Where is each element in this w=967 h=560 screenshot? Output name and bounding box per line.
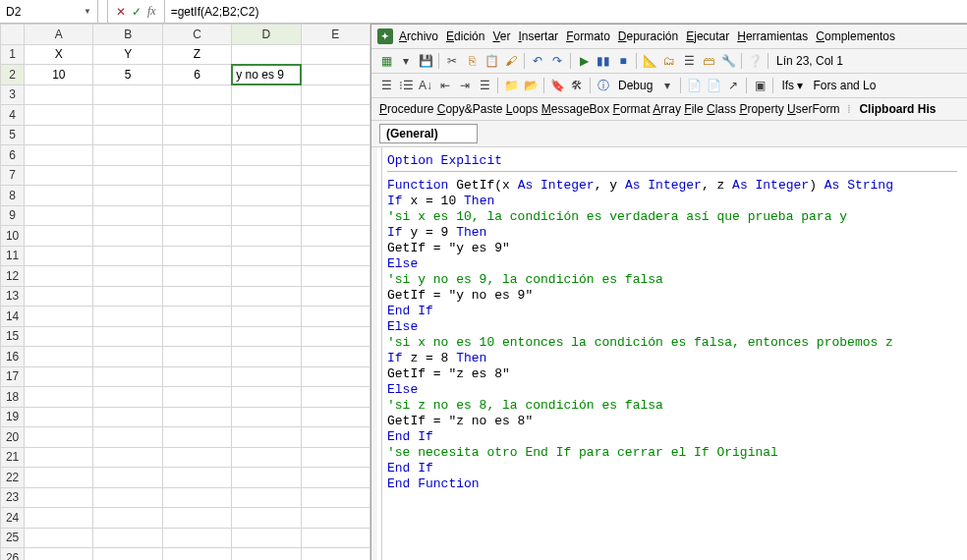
- cell[interactable]: [301, 84, 370, 105]
- cell[interactable]: [93, 84, 162, 105]
- folder-open-icon[interactable]: 📂: [522, 77, 540, 94]
- cell[interactable]: [232, 286, 301, 307]
- cell[interactable]: [162, 165, 231, 186]
- doc-icon[interactable]: 📄: [685, 77, 703, 94]
- cell[interactable]: [301, 246, 370, 266]
- cell[interactable]: [232, 347, 301, 367]
- row-header[interactable]: 17: [1, 366, 25, 387]
- corner-cell[interactable]: [1, 25, 25, 45]
- export-icon[interactable]: ↗: [724, 77, 742, 94]
- cell[interactable]: [162, 307, 231, 327]
- paste-icon[interactable]: 📋: [483, 52, 500, 70]
- fors-dropdown[interactable]: Fors and Lo: [809, 77, 880, 94]
- cell[interactable]: [93, 165, 162, 186]
- snippet-item[interactable]: Format: [613, 102, 651, 116]
- row-header[interactable]: 4: [1, 105, 25, 126]
- snippet-item[interactable]: Class: [707, 102, 736, 116]
- cell[interactable]: [162, 246, 231, 266]
- column-header[interactable]: B: [93, 25, 162, 45]
- row-header[interactable]: 22: [1, 468, 25, 488]
- cell[interactable]: [25, 286, 93, 307]
- row-header[interactable]: 26: [1, 548, 25, 561]
- menu-item[interactable]: Complementos: [812, 28, 899, 45]
- cell[interactable]: [93, 307, 162, 327]
- code-editor[interactable]: Option ExplicitFunction GetIf(x As Integ…: [371, 147, 967, 560]
- cell[interactable]: [25, 307, 93, 327]
- cell[interactable]: [301, 286, 370, 307]
- cell[interactable]: [25, 366, 93, 387]
- cell[interactable]: [301, 347, 370, 367]
- cell[interactable]: [25, 468, 93, 488]
- cell[interactable]: [93, 427, 162, 448]
- cell[interactable]: [301, 65, 370, 85]
- info-icon[interactable]: ⓘ: [595, 77, 612, 94]
- properties-icon[interactable]: ☰: [680, 52, 698, 70]
- cell[interactable]: [301, 186, 370, 206]
- cell[interactable]: [93, 125, 162, 145]
- cell[interactable]: [93, 407, 162, 427]
- row-header[interactable]: 21: [1, 447, 25, 468]
- cell[interactable]: [93, 246, 162, 266]
- stop-icon[interactable]: ■: [614, 52, 632, 70]
- cell[interactable]: [93, 487, 162, 508]
- menu-item[interactable]: Herramientas: [733, 28, 812, 45]
- row-header[interactable]: 15: [1, 326, 25, 347]
- snippet-item[interactable]: Copy&Paste: [437, 102, 503, 116]
- design-mode-icon[interactable]: 📐: [641, 52, 658, 70]
- ifs-dropdown[interactable]: Ifs ▾: [777, 77, 807, 94]
- row-header[interactable]: 20: [1, 427, 25, 448]
- row-header[interactable]: 12: [1, 266, 25, 287]
- run-icon[interactable]: ▶: [575, 52, 593, 70]
- menu-item[interactable]: Formato: [562, 28, 614, 45]
- row-header[interactable]: 19: [1, 407, 25, 427]
- snippet-item[interactable]: File: [684, 102, 703, 116]
- cell[interactable]: [232, 205, 301, 226]
- cell[interactable]: [162, 447, 231, 468]
- cell[interactable]: [232, 447, 301, 468]
- cell[interactable]: [25, 84, 93, 105]
- cell[interactable]: [93, 468, 162, 488]
- cell[interactable]: [162, 226, 231, 247]
- cell[interactable]: [25, 326, 93, 347]
- cell[interactable]: 10: [25, 65, 93, 85]
- cell[interactable]: [301, 326, 370, 347]
- snippet-item[interactable]: Array: [653, 102, 681, 116]
- cell[interactable]: [25, 528, 93, 548]
- cell[interactable]: [232, 105, 301, 126]
- cell[interactable]: [93, 145, 162, 166]
- pause-icon[interactable]: ▮▮: [595, 52, 612, 70]
- cell[interactable]: [93, 205, 162, 226]
- cell[interactable]: [301, 44, 370, 65]
- cell[interactable]: [301, 427, 370, 448]
- save-icon[interactable]: 💾: [417, 52, 434, 70]
- debug-label[interactable]: Debug: [614, 77, 656, 94]
- cell[interactable]: [232, 226, 301, 247]
- doc2-icon[interactable]: 📄: [705, 77, 722, 94]
- accept-icon[interactable]: ✓: [132, 5, 142, 19]
- cell[interactable]: [232, 468, 301, 488]
- cell[interactable]: [162, 205, 231, 226]
- cell[interactable]: [93, 528, 162, 548]
- cell[interactable]: [232, 307, 301, 327]
- cell[interactable]: y no es 9: [232, 65, 301, 85]
- menu-item[interactable]: Depuración: [614, 28, 682, 45]
- cell[interactable]: [93, 286, 162, 307]
- undo-icon[interactable]: ↶: [529, 52, 546, 70]
- cell[interactable]: [25, 125, 93, 145]
- cell[interactable]: [25, 407, 93, 427]
- object-dropdown[interactable]: (General): [379, 124, 478, 143]
- row-header[interactable]: 9: [1, 205, 25, 226]
- bookmark-icon[interactable]: 🔖: [548, 77, 566, 94]
- cell[interactable]: Y: [93, 44, 162, 65]
- row-header[interactable]: 8: [1, 186, 25, 206]
- column-header[interactable]: C: [162, 25, 231, 45]
- cell[interactable]: [301, 447, 370, 468]
- cell[interactable]: [162, 427, 231, 448]
- row-header[interactable]: 10: [1, 226, 25, 247]
- snippet-item[interactable]: UserForm: [787, 102, 839, 116]
- cell[interactable]: [162, 105, 231, 126]
- cut-icon[interactable]: ✂: [443, 52, 461, 70]
- cell[interactable]: X: [25, 44, 93, 65]
- redo-icon[interactable]: ↷: [548, 52, 566, 70]
- cell[interactable]: [162, 468, 231, 488]
